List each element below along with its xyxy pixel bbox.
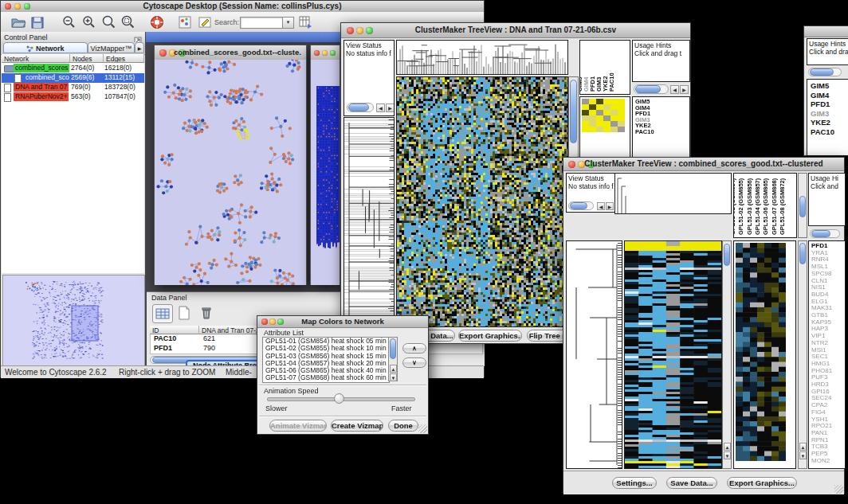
gene-label[interactable]: SEC1 xyxy=(811,354,845,361)
gene-label[interactable]: HAP3 xyxy=(811,326,845,333)
export-graphics-button[interactable]: Export Graphics... xyxy=(458,330,522,342)
scroll-left-button[interactable]: ◀ xyxy=(597,202,605,210)
matrix-cell[interactable] xyxy=(603,121,610,127)
move-up-button[interactable]: ∧ xyxy=(402,343,426,354)
main-titlebar[interactable]: Cytoscape Desktop (Session Name: collins… xyxy=(1,1,484,13)
gene-label[interactable]: YKE2 xyxy=(635,123,689,129)
matrix-cell[interactable] xyxy=(582,121,589,127)
gene-label[interactable]: HMG1 xyxy=(811,361,845,368)
export-graphics-button[interactable]: Export Graphics... xyxy=(727,477,797,489)
matrix-cell[interactable] xyxy=(618,127,625,132)
treeview-dna-titlebar[interactable]: ClusterMaker TreeView : DNA and Tran 07-… xyxy=(341,23,690,38)
network-tree-row[interactable]: combined_scores2764(0)16218(0) xyxy=(2,64,144,73)
gene-label[interactable]: GIM4 xyxy=(635,105,689,111)
matrix-cell[interactable] xyxy=(582,99,589,104)
gene-label[interactable]: PAC10 xyxy=(635,129,689,135)
matrix-cell[interactable] xyxy=(603,99,610,104)
create-vizmap-button[interactable]: Create Vizmap xyxy=(331,420,383,432)
gene-label[interactable]: VIP1 xyxy=(811,333,845,340)
row-dendrogram[interactable] xyxy=(566,240,622,469)
column-dendrogram[interactable] xyxy=(396,40,568,75)
gene-label[interactable]: PEP5 xyxy=(811,451,845,458)
open-file-icon[interactable] xyxy=(10,14,26,30)
network-view-2-titlebar[interactable] xyxy=(311,45,340,61)
matrix-cell[interactable] xyxy=(610,115,618,121)
gene-label[interactable]: MSI1 xyxy=(811,347,845,354)
attribute-item[interactable]: GPL51-06 (GSM865) heat shock 40 min xyxy=(263,367,389,374)
matrix-cell[interactable] xyxy=(610,104,618,110)
gene-label[interactable]: PAC10 xyxy=(811,127,848,137)
matrix-cell[interactable] xyxy=(596,127,603,132)
matrix-cell[interactable] xyxy=(589,115,596,121)
zoom-heatmap-panel[interactable] xyxy=(733,240,796,469)
global-heatmap[interactable] xyxy=(624,240,722,469)
data-column-id[interactable]: ID xyxy=(150,326,199,334)
treeview-sliver-titlebar[interactable] xyxy=(804,26,848,37)
heatmap-vscrollbar-thumb[interactable] xyxy=(570,80,577,143)
matrix-cell[interactable] xyxy=(610,127,618,132)
column-label[interactable]: GPL51-01 (GSM854) xyxy=(733,178,736,235)
attribute-item[interactable]: GPL51-04 (GSM857) heat shock 20 min xyxy=(263,360,389,367)
minimize-button[interactable] xyxy=(322,50,328,56)
view-status-scrollbar-thumb[interactable] xyxy=(348,104,369,111)
matrix-cell[interactable] xyxy=(603,115,610,121)
tab-vizmapper[interactable]: VizMapper™ xyxy=(88,42,135,53)
usage-hscrollbar-thumb[interactable] xyxy=(811,230,830,237)
gene-label[interactable]: GIM3 xyxy=(635,117,689,123)
gene-label[interactable]: PFD1 xyxy=(635,111,689,117)
scroll-right-button[interactable]: ▶ xyxy=(680,85,689,94)
gene-label[interactable]: YKE2 xyxy=(811,118,848,127)
zoom-fit-icon[interactable] xyxy=(101,14,117,30)
matrix-cell[interactable] xyxy=(596,104,603,110)
matrix-cell[interactable] xyxy=(596,121,603,127)
matrix-cell[interactable] xyxy=(603,127,610,132)
matrix-cell[interactable] xyxy=(603,110,610,115)
gene-label[interactable]: PUF3 xyxy=(811,374,845,381)
scroll-down-button[interactable]: ▼ xyxy=(390,373,397,381)
help-lifering-icon[interactable] xyxy=(149,14,165,30)
network-overview-canvas[interactable] xyxy=(3,275,144,366)
scroll-down-button[interactable]: ▼ xyxy=(799,451,807,459)
matrix-cell[interactable] xyxy=(589,121,596,127)
network-tree-row[interactable]: DNA and Tran 07769(0)183728(0) xyxy=(2,83,144,92)
save-data-button[interactable]: Save Data... xyxy=(666,477,717,489)
gene-label[interactable]: KAP95 xyxy=(811,319,845,326)
search-dropdown-button[interactable]: ▼ xyxy=(282,17,294,29)
scroll-right-button[interactable]: ▶ xyxy=(386,104,395,112)
gene-label[interactable]: PHO81 xyxy=(811,368,845,375)
gene-label[interactable]: RPO21 xyxy=(811,423,845,430)
network-canvas[interactable] xyxy=(155,60,306,285)
matrix-cell[interactable] xyxy=(596,115,603,121)
heatmap-vscrollbar-thumb[interactable] xyxy=(724,244,730,266)
move-down-button[interactable]: ∨ xyxy=(402,357,426,368)
matrix-cell[interactable] xyxy=(610,110,618,115)
view-status-scrollbar[interactable] xyxy=(568,201,594,210)
gene-label[interactable]: NIS1 xyxy=(811,284,845,291)
attribute-item[interactable]: GPL51-01 (GSM854) heat shock 05 min xyxy=(263,338,389,345)
column-dendrogram[interactable] xyxy=(614,173,732,214)
matrix-cell[interactable] xyxy=(618,121,625,127)
scroll-left-button[interactable]: ◀ xyxy=(670,85,679,94)
gene-label[interactable]: GTB1 xyxy=(811,312,845,319)
search-input[interactable] xyxy=(240,17,283,29)
gene-label[interactable]: NTR2 xyxy=(811,340,845,347)
matrix-cell[interactable] xyxy=(582,115,589,121)
gene-label[interactable]: GIM3 xyxy=(811,109,848,119)
gene-label[interactable]: PAN1 xyxy=(811,430,845,437)
row-dendrogram[interactable] xyxy=(344,117,395,327)
column-label[interactable]: GPL51-08 (GSM872) xyxy=(779,178,786,235)
attribute-item[interactable]: GPL51-02 (GSM855) heat shock 10 min xyxy=(263,345,389,352)
column-labels-vscrollbar-thumb[interactable] xyxy=(799,196,806,217)
column-header-nodes[interactable]: Nodes xyxy=(70,54,104,63)
gene-label[interactable]: YSH1 xyxy=(811,416,845,424)
zoom-selected-icon[interactable] xyxy=(120,14,136,30)
scroll-down-button[interactable]: ▼ xyxy=(724,451,731,459)
attribute-list-scrollbar[interactable]: ▲ ▼ xyxy=(388,337,398,381)
animation-slider-thumb[interactable] xyxy=(334,393,344,404)
dialog-titlebar[interactable]: Map Colors to Network xyxy=(257,316,428,328)
gene-label[interactable]: YRA1 xyxy=(811,250,845,257)
matrix-cell[interactable] xyxy=(618,104,625,110)
matrix-cell[interactable] xyxy=(589,127,596,132)
matrix-cell[interactable] xyxy=(596,110,603,115)
zoom-vscrollbar-thumb[interactable] xyxy=(799,243,806,264)
